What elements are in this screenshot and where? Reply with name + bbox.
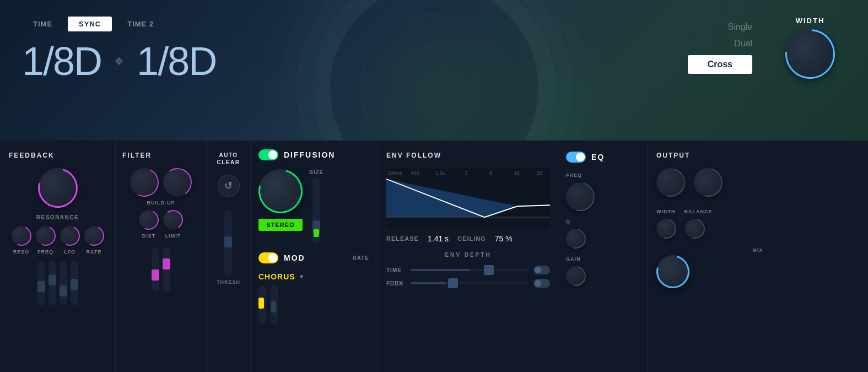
slider-limit-thumb[interactable]	[163, 258, 170, 269]
thresh-thumb[interactable]	[224, 236, 232, 247]
env-depth-section: ENV DEPTH TIME FDBK	[386, 252, 550, 288]
tab-time[interactable]: TIME	[22, 17, 63, 31]
mod-sliders	[258, 285, 369, 324]
build-up-label: BUILD-UP	[147, 200, 175, 206]
time-display: 1/8D ⌖ 1/8D	[22, 41, 216, 81]
env-fdbk-label: FDBK	[386, 281, 406, 287]
out-balance-knob[interactable]	[685, 219, 705, 239]
diffusion-knob-ring	[250, 161, 310, 221]
out-ring1	[651, 163, 690, 202]
diffusion-header: DIFFUSION	[258, 149, 369, 160]
link-icon[interactable]: ⌖	[115, 52, 123, 71]
output-title: OUTPUT	[656, 152, 859, 159]
diffusion-knob-area: STEREO	[258, 169, 303, 231]
filter-knob1-container	[130, 168, 159, 197]
mod-toggle[interactable]	[258, 252, 278, 263]
slider-freq	[48, 261, 56, 305]
env-time-toggle[interactable]	[533, 266, 550, 274]
tab-time2[interactable]: TIME 2	[116, 17, 165, 31]
diffusion-toggle-thumb	[268, 150, 277, 159]
env-fdbk-thumb[interactable]	[448, 278, 458, 288]
out-knob2[interactable]	[694, 168, 723, 197]
autoclear-section: AUTOCLEAR ↺ THRESH	[207, 141, 251, 372]
eq-freq-container: FREQ	[566, 171, 640, 211]
freq-knob[interactable]	[36, 226, 56, 246]
reso-knob[interactable]	[12, 226, 31, 246]
env-time-slider[interactable]	[411, 269, 529, 271]
width-label: WIDTH	[796, 17, 825, 25]
feedback-knob[interactable]	[38, 168, 78, 208]
eq-toggle[interactable]	[566, 152, 586, 163]
tab-sync[interactable]: SYNC	[68, 17, 112, 31]
rate-knob-container: RATE	[84, 226, 104, 255]
slider-dist-thumb[interactable]	[152, 269, 159, 281]
filter-knob2[interactable]	[163, 168, 192, 197]
output-balance-label: BALANCE	[684, 209, 713, 214]
out-width-ring	[653, 215, 680, 242]
thresh-slider[interactable]	[224, 210, 232, 276]
size-slider-area: SIZE	[309, 169, 324, 244]
eq-freq-knob[interactable]	[566, 182, 595, 211]
width-knob[interactable]	[785, 29, 835, 79]
decorative-circle	[330, 0, 539, 141]
diffusion-toggle[interactable]	[258, 149, 278, 160]
eq-title: EQ	[591, 153, 605, 161]
slider-freq-thumb[interactable]	[48, 274, 56, 285]
rate-label-mod: RATE	[353, 255, 369, 261]
eq-freq-label: FREQ	[566, 172, 582, 178]
mod-slider-thumb2[interactable]	[271, 301, 276, 312]
limit-knob[interactable]	[163, 210, 183, 230]
eq-freq-ring	[560, 177, 600, 216]
output-bottom-labels: WIDTH BALANCE	[656, 208, 859, 214]
out-knob1-c	[656, 168, 685, 197]
output-width-label: WIDTH	[656, 209, 676, 214]
slider-reso-thumb[interactable]	[37, 281, 45, 292]
eq-section: EQ FREQ Q GAIN	[559, 141, 648, 372]
resonance-knobs-row: RESO FREQ LFO RATE	[9, 226, 106, 255]
out-width-c	[656, 219, 676, 239]
env-time-row: TIME	[386, 266, 550, 274]
slider-lfo	[60, 261, 67, 305]
time-tabs: TIME SYNC TIME 2	[22, 17, 216, 31]
diffusion-knob[interactable]	[258, 169, 303, 213]
eq-gain-knob[interactable]	[566, 266, 586, 286]
dist-knob[interactable]	[139, 210, 159, 230]
env-fdbk-toggle[interactable]	[533, 279, 550, 288]
mode-dual[interactable]: Dual	[734, 39, 752, 48]
mix-knob[interactable]	[656, 255, 689, 288]
reset-button[interactable]: ↺	[218, 175, 240, 197]
filter-section: FILTER BUILD-UP DIST	[116, 141, 207, 372]
slider-rate-thumb[interactable]	[71, 279, 78, 290]
out-knob2-c	[694, 168, 723, 197]
env-depth-title: ENV DEPTH	[386, 252, 550, 258]
top-section: TIME SYNC TIME 2 1/8D ⌖ 1/8D Single Dual…	[0, 0, 868, 141]
eq-q-knob[interactable]	[566, 229, 586, 249]
mode-single[interactable]: Single	[728, 22, 752, 32]
feedback-knob-area	[9, 168, 106, 208]
feedback-knob-ring	[30, 161, 84, 215]
mod-header: MOD RATE	[258, 252, 369, 263]
autoclear-title: AUTOCLEAR	[217, 152, 240, 166]
filter-sub-knobs: DIST LIMIT	[122, 210, 200, 239]
env-fdbk-slider[interactable]	[411, 282, 529, 284]
env-footer: RELEASE 1.41 s CEILING 75 %	[386, 234, 550, 243]
mode-cross[interactable]: Cross	[688, 55, 752, 74]
filter-ring2	[161, 166, 194, 199]
ceiling-value: 75 %	[495, 234, 513, 243]
filter-knob1[interactable]	[130, 168, 159, 197]
mod-area: MOD RATE CHORUS ▾	[258, 252, 369, 324]
out-width-knob[interactable]	[656, 219, 676, 239]
env-time-thumb[interactable]	[484, 265, 494, 275]
stereo-button[interactable]: STEREO	[258, 219, 302, 231]
env-fdbk-toggle-thumb	[535, 280, 541, 287]
slider-lfo-thumb[interactable]	[60, 285, 67, 296]
size-slider[interactable]	[312, 177, 320, 244]
rate-knob[interactable]	[84, 226, 104, 246]
lfo-knob[interactable]	[60, 226, 80, 246]
out-knob1[interactable]	[656, 168, 685, 197]
chorus-dropdown-arrow[interactable]: ▾	[300, 273, 303, 281]
env-title: ENV FOLLOW	[386, 152, 550, 159]
mod-slider-thumb1[interactable]	[258, 298, 264, 309]
eq-q-ring	[562, 225, 589, 252]
slider-dist	[152, 247, 159, 292]
